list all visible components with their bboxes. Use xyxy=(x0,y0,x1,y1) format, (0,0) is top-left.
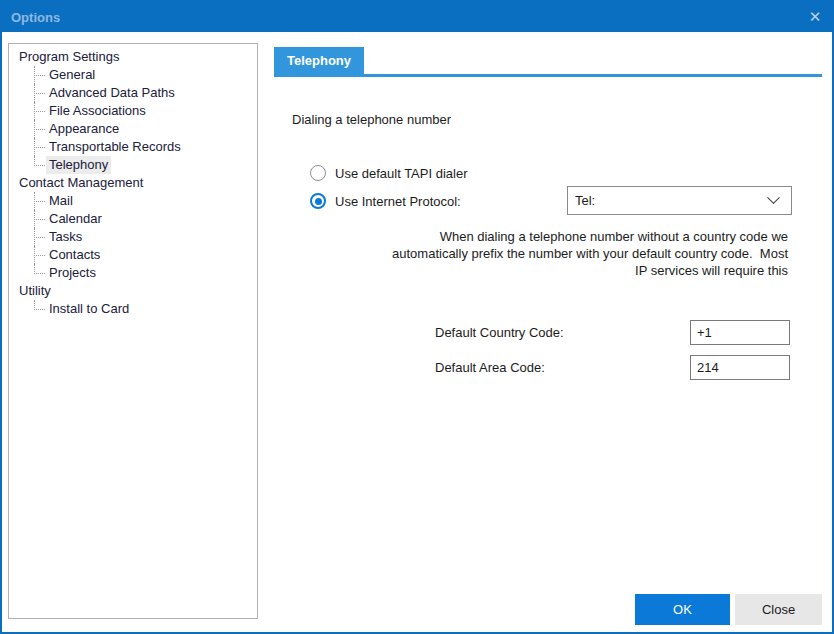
tree-item-appearance[interactable]: Appearance xyxy=(15,120,257,138)
tree-item-contacts[interactable]: Contacts xyxy=(15,246,257,264)
radio-checked-icon[interactable] xyxy=(310,193,326,209)
tree-item-transportable-records[interactable]: Transportable Records xyxy=(15,138,257,156)
radio-unchecked-icon[interactable] xyxy=(310,165,326,181)
note-line: When dialing a telephone number without … xyxy=(268,228,788,245)
tree-item-projects[interactable]: Projects xyxy=(15,264,257,282)
tree-item-tasks[interactable]: Tasks xyxy=(15,228,257,246)
tree-children: Install to Card xyxy=(15,300,257,318)
tree-item-mail[interactable]: Mail xyxy=(15,192,257,210)
tree-item-general[interactable]: General xyxy=(15,66,257,84)
tree-group-program-settings[interactable]: Program Settings xyxy=(15,48,257,66)
default-country-code-input[interactable] xyxy=(690,320,790,345)
title-bar: Options ✕ xyxy=(2,2,832,32)
tab-telephony[interactable]: Telephony xyxy=(274,47,364,74)
radio-use-internet-protocol[interactable]: Use Internet Protocol: xyxy=(310,192,461,210)
tree-group-utility[interactable]: Utility xyxy=(15,282,257,300)
tree-group-contact-management[interactable]: Contact Management xyxy=(15,174,257,192)
default-area-code-input[interactable] xyxy=(690,355,790,380)
radio-use-default-tapi-dialer[interactable]: Use default TAPI dialer xyxy=(310,164,467,182)
settings-tree: Program Settings General Advanced Data P… xyxy=(8,43,258,619)
window-title: Options xyxy=(11,10,60,25)
chevron-down-icon xyxy=(767,191,780,204)
tree-item-install-to-card[interactable]: Install to Card xyxy=(15,300,257,318)
protocol-select[interactable]: Tel: xyxy=(567,186,792,215)
protocol-select-value: Tel: xyxy=(575,193,595,208)
note-line: automatically prefix the number with you… xyxy=(268,245,788,262)
tree-item-telephony[interactable]: Telephony xyxy=(15,156,257,174)
radio-label: Use default TAPI dialer xyxy=(335,166,467,181)
country-code-note: When dialing a telephone number without … xyxy=(268,228,788,279)
tree-item-file-associations[interactable]: File Associations xyxy=(15,102,257,120)
tree-item-advanced-data-paths[interactable]: Advanced Data Paths xyxy=(15,84,257,102)
close-icon[interactable]: ✕ xyxy=(798,2,832,32)
tab-underline xyxy=(274,74,822,77)
options-dialog: Options ✕ Program Settings General Advan… xyxy=(0,0,834,634)
default-country-code-label: Default Country Code: xyxy=(435,325,564,340)
section-label-dialing: Dialing a telephone number xyxy=(292,112,451,127)
default-area-code-label: Default Area Code: xyxy=(435,360,545,375)
tree-children: General Advanced Data Paths File Associa… xyxy=(15,66,257,174)
tree-item-calendar[interactable]: Calendar xyxy=(15,210,257,228)
radio-label: Use Internet Protocol: xyxy=(335,194,461,209)
tree-children: Mail Calendar Tasks Contacts Projects xyxy=(15,192,257,282)
note-line: IP services will require this xyxy=(268,262,788,279)
ok-button[interactable]: OK xyxy=(635,594,730,625)
close-button[interactable]: Close xyxy=(735,594,822,625)
